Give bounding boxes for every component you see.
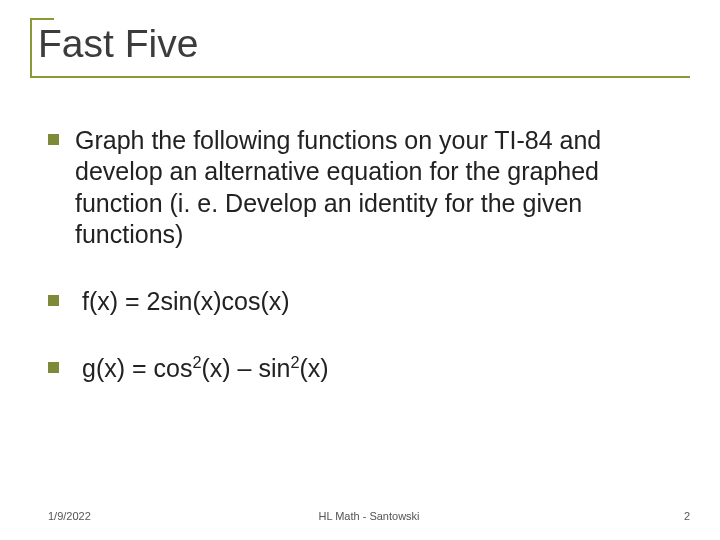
bullet-text: g(x) = cos2(x) – sin2(x) xyxy=(75,353,680,384)
square-bullet-icon xyxy=(48,362,59,373)
square-bullet-icon xyxy=(48,295,59,306)
bullet-item: f(x) = 2sin(x)cos(x) xyxy=(48,286,680,317)
bullet-item: g(x) = cos2(x) – sin2(x) xyxy=(48,353,680,384)
footer-center: HL Math - Santowski xyxy=(48,510,690,522)
footer-date: 1/9/2022 xyxy=(48,510,91,522)
title-rule-bottom xyxy=(30,76,690,78)
content-area: Graph the following functions on your TI… xyxy=(48,125,680,421)
slide: Fast Five Graph the following functions … xyxy=(0,0,720,540)
slide-title: Fast Five xyxy=(30,18,690,76)
bullet-item: Graph the following functions on your TI… xyxy=(48,125,680,250)
square-bullet-icon xyxy=(48,134,59,145)
bullet-text: f(x) = 2sin(x)cos(x) xyxy=(75,286,680,317)
title-block: Fast Five xyxy=(30,18,690,78)
footer: 1/9/2022 HL Math - Santowski 2 xyxy=(48,510,690,522)
bullet-text: Graph the following functions on your TI… xyxy=(75,125,680,250)
footer-page-number: 2 xyxy=(684,510,690,522)
